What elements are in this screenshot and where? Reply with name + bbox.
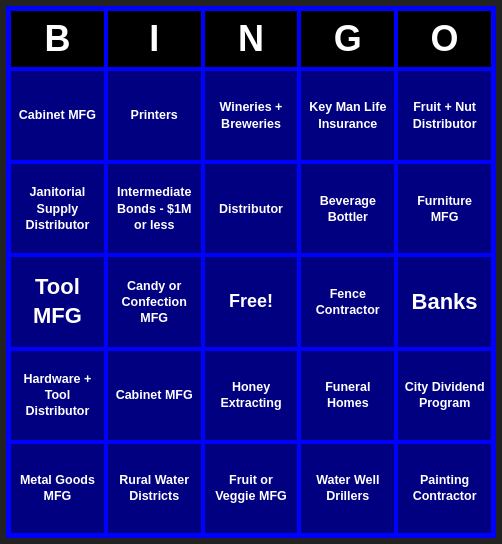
bingo-cell-1-2[interactable]: Distributor [203,162,300,255]
bingo-cell-0-1[interactable]: Printers [106,69,203,162]
header-letter-o: O [396,9,493,69]
bingo-cell-4-2[interactable]: Fruit or Veggie MFG [203,442,300,535]
bingo-cell-1-0[interactable]: Janitorial Supply Distributor [9,162,106,255]
bingo-cell-2-0[interactable]: Tool MFG [9,255,106,348]
bingo-cell-1-1[interactable]: Intermediate Bonds - $1M or less [106,162,203,255]
bingo-cell-2-2[interactable]: Free! [203,255,300,348]
bingo-cell-2-1[interactable]: Candy or Confection MFG [106,255,203,348]
bingo-cell-1-4[interactable]: Furniture MFG [396,162,493,255]
bingo-cell-3-3[interactable]: Funeral Homes [299,349,396,442]
bingo-grid: Cabinet MFGPrintersWineries + BreweriesK… [9,69,493,535]
bingo-cell-2-4[interactable]: Banks [396,255,493,348]
bingo-cell-0-2[interactable]: Wineries + Breweries [203,69,300,162]
header-letter-i: I [106,9,203,69]
bingo-cell-3-4[interactable]: City Dividend Program [396,349,493,442]
bingo-cell-4-1[interactable]: Rural Water Districts [106,442,203,535]
bingo-cell-4-4[interactable]: Painting Contractor [396,442,493,535]
bingo-cell-3-0[interactable]: Hardware + Tool Distributor [9,349,106,442]
bingo-cell-0-4[interactable]: Fruit + Nut Distributor [396,69,493,162]
header-letter-g: G [299,9,396,69]
bingo-cell-2-3[interactable]: Fence Contractor [299,255,396,348]
bingo-cell-4-3[interactable]: Water Well Drillers [299,442,396,535]
bingo-cell-3-1[interactable]: Cabinet MFG [106,349,203,442]
header-letter-n: N [203,9,300,69]
bingo-row-3: Hardware + Tool DistributorCabinet MFGHo… [9,349,493,442]
bingo-row-2: Tool MFGCandy or Confection MFGFree!Fenc… [9,255,493,348]
bingo-cell-3-2[interactable]: Honey Extracting [203,349,300,442]
header-letter-b: B [9,9,106,69]
bingo-cell-4-0[interactable]: Metal Goods MFG [9,442,106,535]
bingo-cell-1-3[interactable]: Beverage Bottler [299,162,396,255]
bingo-row-4: Metal Goods MFGRural Water DistrictsFrui… [9,442,493,535]
bingo-header: BINGO [9,9,493,69]
bingo-row-1: Janitorial Supply DistributorIntermediat… [9,162,493,255]
bingo-cell-0-0[interactable]: Cabinet MFG [9,69,106,162]
bingo-row-0: Cabinet MFGPrintersWineries + BreweriesK… [9,69,493,162]
bingo-card: BINGO Cabinet MFGPrintersWineries + Brew… [6,6,496,538]
bingo-cell-0-3[interactable]: Key Man Life Insurance [299,69,396,162]
